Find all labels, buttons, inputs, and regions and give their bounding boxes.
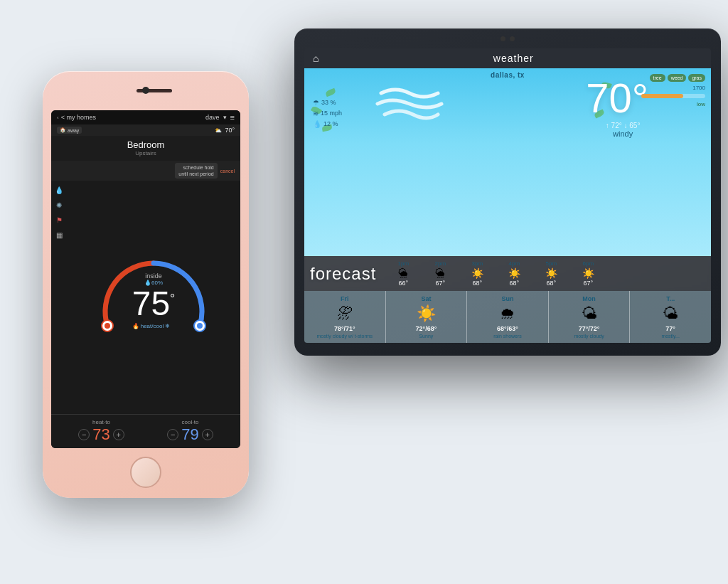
cool-icon: ❄ (165, 323, 170, 329)
hourly-time-3: 3pm (472, 260, 483, 267)
current-temp-display: 70° (586, 74, 648, 122)
room-name: Bedroom (51, 139, 240, 150)
tablet-cam-dot-2 (510, 36, 515, 41)
svg-point-1 (105, 323, 110, 329)
hourly-temp-5: 68° (547, 280, 557, 287)
daily-item-sun: Sun 🌧 68°/63° rain showers (467, 291, 549, 343)
pollen-count: 1700 (692, 85, 705, 91)
hourly-temp-6: 67° (584, 280, 594, 287)
dial-area: inside 💧60% 75° 🔥 heat/cool ❄ (67, 181, 240, 414)
daily-temps-fri: 78°/71° (334, 325, 355, 332)
daily-temps-tue: 77° (665, 325, 675, 332)
phone-topbar: ‹ < my homes dave ▾ ≡ (51, 110, 240, 124)
thermostat-status-bar: 🏠 away ⛅ 70° (51, 124, 240, 136)
hourly-item-3pm: 3pm ☀️ 68° (459, 259, 496, 288)
user-label[interactable]: dave (205, 114, 220, 121)
weather-title: weather (324, 53, 702, 64)
daily-temps-sun: 68°/63° (497, 325, 518, 332)
daily-day-sun: Sun (501, 295, 513, 302)
daily-day-fri: Fri (341, 295, 349, 302)
daily-icon-tue: 🌤 (663, 304, 678, 323)
tablet-device: ⌂ weather dallas, tx ☂ 33 % (294, 28, 721, 356)
user-chevron-icon: ▾ (223, 114, 227, 121)
weather-app-header: ⌂ weather (304, 48, 711, 68)
cool-plus-button[interactable]: + (202, 429, 213, 440)
daily-icon-fri: ⛈ (337, 304, 353, 323)
pollen-level-label: low (697, 101, 705, 107)
alert-icon: ⚑ (56, 216, 63, 224)
hourly-time-6: 6pm (583, 260, 594, 267)
wind-icon-small: ≋ (313, 110, 318, 117)
hourly-items-list: 1pm 🌦 66° 2pm 🌦 67° 3pm ☀️ 68° (385, 259, 705, 288)
phone-home-button[interactable] (130, 457, 161, 488)
cool-minus-button[interactable]: − (167, 429, 178, 440)
humidity-value: 12 % (323, 120, 338, 127)
hourly-item-6pm: 6pm ☀️ 67° (569, 259, 606, 288)
pollen-panel: tree weed gras 1700 low (641, 74, 705, 107)
thermostat-main-area: 💧 ✺ ⚑ ▦ (51, 181, 240, 414)
daily-item-sat: Sat ☀️ 72°/68° Sunny (386, 291, 468, 343)
side-icons-panel: 💧 ✺ ⚑ ▦ (51, 181, 67, 414)
fan-icon[interactable]: ✺ (56, 201, 62, 209)
rain-chance-icon: ☂ (313, 99, 319, 107)
mode-label: 🔥 heat/cool ❄ (132, 323, 176, 329)
heat-to-label: heat-to (78, 419, 124, 425)
phone-shell: ‹ < my homes dave ▾ ≡ 🏠 away ⛅ 70° (43, 71, 249, 498)
hourly-time-2: 2pm (435, 260, 446, 267)
heat-to-control: heat-to − 73 + (78, 419, 124, 444)
hourly-temp-3: 68° (473, 280, 483, 287)
wind-visual-icon (374, 79, 445, 136)
daily-icon-mon: 🌤 (582, 304, 597, 323)
weather-top-row: ☂ 33 % ≋ 15 mph 💧 12 % (304, 68, 711, 144)
schedule-hold-bar: schedule hold until next period cancel (51, 161, 240, 181)
cool-to-control: cool-to − 79 + (167, 419, 213, 444)
hourly-temp-4: 68° (510, 280, 520, 287)
menu-icon[interactable]: ≡ (230, 113, 235, 122)
daily-item-tue: T... 🌤 77° mostly... (630, 291, 711, 343)
phone-screen: ‹ < my homes dave ▾ ≡ 🏠 away ⛅ 70° (51, 110, 240, 448)
heat-plus-button[interactable]: + (113, 429, 124, 440)
tablet-screen: ⌂ weather dallas, tx ☂ 33 % (304, 48, 711, 343)
hourly-temp-2: 67° (436, 280, 446, 287)
home-icon[interactable]: ⌂ (313, 53, 318, 64)
pollen-grass-tag: gras (688, 74, 705, 82)
away-badge[interactable]: 🏠 away (57, 127, 82, 134)
schedule-hold-text: schedule hold until next period (175, 163, 217, 179)
calendar-icon[interactable]: ▦ (56, 231, 63, 239)
nav-back-label[interactable]: < my homes (61, 114, 96, 121)
pollen-weed-tag: weed (668, 74, 687, 82)
tablet-cam-dot-1 (500, 36, 505, 41)
daily-desc-mon: mostly cloudy (574, 334, 604, 339)
hourly-icon-4: ☀️ (508, 267, 520, 279)
weather-cloud-icon: ⛅ (215, 127, 222, 134)
daily-temps-sat: 72°/68° (416, 325, 437, 332)
room-floor: Upstairs (51, 150, 240, 156)
temp-range-display: ↑ 72° ↓ 65° (586, 122, 660, 129)
away-icon: 🏠 (60, 127, 66, 133)
daily-item-mon: Mon 🌤 77°/72° mostly cloudy (549, 291, 631, 343)
hourly-item-5pm: 5pm ☀️ 68° (532, 259, 569, 288)
daily-desc-tue: mostly... (661, 334, 680, 339)
away-label: away (68, 128, 79, 133)
inside-label: inside (132, 272, 176, 280)
weather-sky-panel: dallas, tx ☂ 33 % ≋ 15 mph 💧 (304, 68, 711, 256)
daily-desc-sun: rain showers (493, 334, 522, 339)
hourly-icon-1: 🌦 (398, 267, 408, 279)
hourly-time-1: 1pm (398, 260, 410, 267)
water-drop-icon: 💧 (55, 186, 63, 194)
daily-day-tue: T... (666, 295, 675, 302)
tablet-camera-area (500, 36, 515, 41)
hourly-item-2pm: 2pm 🌦 67° (422, 259, 459, 288)
heat-cool-controls: heat-to − 73 + cool-to − 79 + (51, 414, 240, 448)
degree-symbol: ° (170, 292, 175, 306)
hourly-time-4: 4pm (509, 260, 520, 267)
temperature-dial[interactable]: inside 💧60% 75° 🔥 heat/cool ❄ (93, 251, 214, 344)
heat-to-value: 73 (92, 425, 109, 444)
heat-minus-button[interactable]: − (78, 429, 90, 440)
heat-icon: 🔥 (132, 323, 139, 329)
humidity-icon: 💧 (313, 120, 321, 128)
dial-center-display: inside 💧60% 75° 🔥 heat/cool ❄ (132, 272, 176, 329)
daily-forecast-strip: Fri ⛈ 78°/71° mostly cloudy w/ t-storms … (304, 291, 711, 343)
cool-to-value: 79 (181, 425, 198, 444)
cancel-button[interactable]: cancel (220, 169, 235, 174)
